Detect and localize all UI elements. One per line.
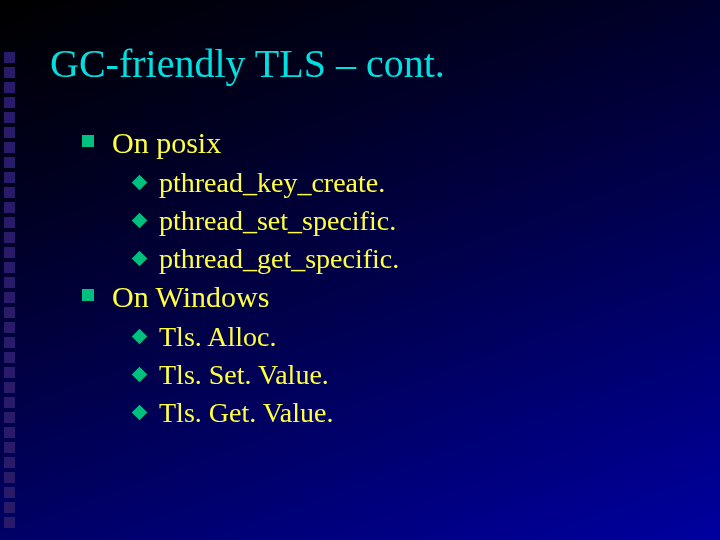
square-bullet-icon [82, 289, 94, 301]
list-subitem: pthread_key_create. [134, 164, 680, 202]
diamond-bullet-icon [132, 367, 148, 383]
diamond-bullet-icon [132, 175, 148, 191]
slide-title: GC-friendly TLS – cont. [50, 40, 680, 87]
slide-body: On posix pthread_key_create. pthread_set… [82, 123, 680, 432]
list-item: On Windows [82, 277, 680, 316]
list-subitem-text: Tls. Alloc. [159, 318, 276, 356]
square-bullet-icon [82, 135, 94, 147]
list-subitem: pthread_set_specific. [134, 202, 680, 240]
list-item: On posix [82, 123, 680, 162]
slide: GC-friendly TLS – cont. On posix pthread… [0, 0, 720, 540]
list-subitem: Tls. Set. Value. [134, 356, 680, 394]
list-subitem-text: pthread_get_specific. [159, 240, 399, 278]
diamond-bullet-icon [132, 213, 148, 229]
diamond-bullet-icon [132, 329, 148, 345]
list-item-text: On posix [112, 123, 221, 162]
list-subitem: Tls. Alloc. [134, 318, 680, 356]
list-subitem-text: pthread_set_specific. [159, 202, 396, 240]
diamond-bullet-icon [132, 250, 148, 266]
list-subitem-text: Tls. Set. Value. [159, 356, 329, 394]
list-subitem: pthread_get_specific. [134, 240, 680, 278]
list-subitem-text: pthread_key_create. [159, 164, 385, 202]
list-item-text: On Windows [112, 277, 269, 316]
diamond-bullet-icon [132, 405, 148, 421]
list-subitem: Tls. Get. Value. [134, 394, 680, 432]
list-subitem-text: Tls. Get. Value. [159, 394, 333, 432]
